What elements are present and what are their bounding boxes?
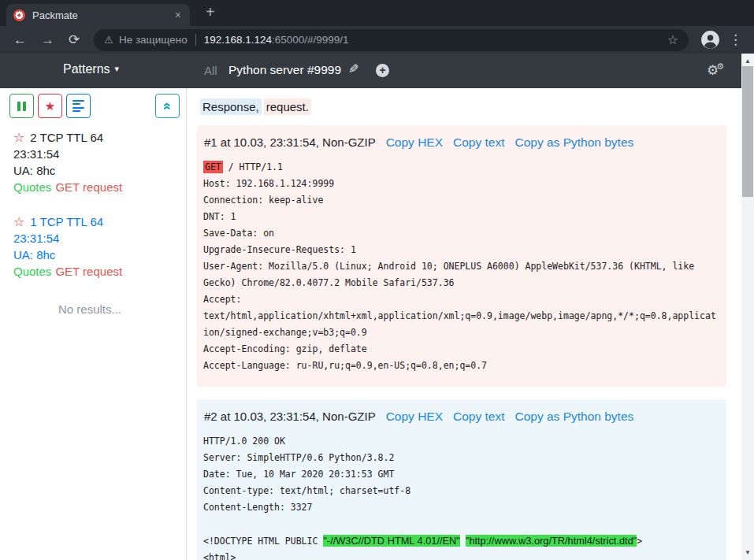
stream-title-row: ☆2 TCP TTL 64 [13, 129, 180, 146]
packet-code-line: Upgrade-Insecure-Requests: 1 [203, 242, 719, 258]
packet-code-line: Save-Data: on [203, 225, 719, 242]
copy-text-link[interactable]: Copy text [453, 410, 504, 424]
found-patterns-line: Response,request. [200, 98, 726, 115]
copy-hex-link[interactable]: Copy HEX [386, 410, 443, 424]
tab-all-streams[interactable]: All [204, 64, 217, 77]
screen: Packmate × + ← → ⟳ ⚠ Не защищено 192.168… [0, 0, 754, 560]
forward-icon[interactable]: → [41, 33, 54, 46]
no-results-label: No results... [13, 302, 166, 316]
browser-tab[interactable]: Packmate × [6, 4, 190, 26]
pattern-tag-get-request: GET request [55, 180, 122, 194]
star-icon: ★ [45, 99, 55, 113]
list-view-button[interactable] [66, 94, 91, 118]
packet-code-line: Accept-Encoding: gzip, deflate [203, 341, 719, 358]
streams-sidebar: ★ « ☆2 TCP TTL 64 23:31:54 UA: 8hc Quote… [0, 88, 187, 560]
stream-title: 1 TCP TTL 64 [30, 215, 103, 228]
packet-code-line: Host: 192.168.1.124:9999 [203, 176, 719, 192]
packet-code-line: Server: SimpleHTTP/0.6 Python/3.8.2 [203, 450, 719, 466]
packet-header: #2 at 10.03, 23:31:54, Non-GZIP Copy HEX… [204, 410, 719, 424]
tab-title: Packmate [32, 9, 173, 21]
add-service-icon[interactable]: + [376, 64, 389, 77]
scrollbar-down-arrow[interactable]: ▼ [741, 549, 754, 556]
pattern-tag-quotes: Quotes [13, 180, 51, 194]
favorite-star-icon[interactable]: ☆ [13, 215, 24, 228]
copy-python-bytes-link[interactable]: Copy as Python bytes [515, 135, 634, 150]
stream-list: ☆2 TCP TTL 64 23:31:54 UA: 8hc QuotesGET… [0, 118, 186, 316]
packet-card-request: #1 at 10.03, 23:31:54, Non-GZIP Copy HEX… [197, 125, 726, 387]
caret-down-icon: ▾ [115, 64, 120, 73]
browser-tabstrip: Packmate × + [0, 0, 754, 26]
url-path: :65000/#/9999/1 [272, 34, 349, 46]
stream-title-row: ☆1 TCP TTL 64 [13, 213, 180, 230]
profile-avatar-icon[interactable] [700, 30, 720, 50]
scrollbar-thumb[interactable] [742, 66, 753, 197]
pattern-tag-quotes: Quotes [13, 265, 51, 278]
stream-tags: QuotesGET request [13, 179, 180, 195]
stream-content: Response,request. #1 at 10.03, 23:31:54,… [188, 88, 741, 560]
address-bar[interactable]: ⚠ Не защищено 192.168.1.124 :65000/#/999… [94, 29, 689, 51]
stream-ua: UA: 8hc [13, 247, 180, 263]
copy-hex-link[interactable]: Copy HEX [386, 135, 443, 150]
stream-time: 23:31:54 [13, 146, 180, 162]
stream-tags: QuotesGET request [13, 263, 180, 280]
app-navbar: Patterns▾ All Python server #9999 ✎ + ⚙⚙ [0, 54, 741, 88]
pause-button[interactable] [9, 94, 34, 118]
settings-gears-icon[interactable]: ⚙⚙ [707, 61, 724, 79]
packet-code-line: <!DOCTYPE HTML PUBLIC "-//W3C//DTD HTML … [203, 532, 719, 550]
double-chevron-up-icon: « [159, 102, 176, 109]
pattern-tag-get-request: GET request [55, 265, 122, 278]
favorite-star-icon[interactable]: ☆ [13, 131, 24, 144]
pause-icon [17, 102, 20, 111]
tab-close-icon[interactable]: × [173, 9, 183, 21]
browser-menu-icon[interactable]: ⋮ [729, 32, 742, 48]
packet-code-line [203, 516, 719, 532]
packet-header: #1 at 10.03, 23:31:54, Non-GZIP Copy HEX… [204, 135, 719, 150]
packet-code-line: Date: Tue, 10 Mar 2020 20:31:53 GMT [203, 466, 719, 483]
copy-python-bytes-link[interactable]: Copy as Python bytes [515, 410, 634, 424]
url-divider [195, 34, 196, 46]
copy-text-link[interactable]: Copy text [453, 135, 504, 150]
packet-code-line: Content-type: text/html; charset=utf-8 [203, 483, 719, 499]
edit-service-icon[interactable]: ✎ [348, 61, 358, 76]
packet-title: #2 at 10.03, 23:31:54, Non-GZIP [204, 410, 376, 423]
packet-title: #1 at 10.03, 23:31:54, Non-GZIP [204, 135, 376, 149]
packet-code-line: User-Agent: Mozilla/5.0 (Linux; Android … [203, 258, 719, 291]
packet-code-line: Connection: keep-alive [203, 192, 719, 209]
sidebar-controls: ★ « [0, 88, 186, 118]
stream-time: 23:31:54 [13, 230, 180, 247]
packet-card-response: #2 at 10.03, 23:31:54, Non-GZIP Copy HEX… [197, 399, 726, 560]
packet-code-line: Accept-Language: ru-RU,ru;q=0.9,en-US;q=… [203, 358, 719, 374]
browser-toolbar: ← → ⟳ ⚠ Не защищено 192.168.1.124 :65000… [0, 26, 754, 54]
collapse-sidebar-button[interactable]: « [155, 94, 180, 118]
not-secure-warning-icon[interactable]: ⚠ [104, 34, 113, 46]
pattern-chip-response[interactable]: Response, [200, 98, 262, 115]
stream-ua: UA: 8hc [13, 162, 180, 179]
packet-code-line: GET / HTTP/1.1 [203, 159, 719, 176]
pattern-chip-request[interactable]: request. [264, 98, 311, 115]
packet-code-line: <html> [203, 550, 719, 560]
stream-list-item[interactable]: ☆2 TCP TTL 64 23:31:54 UA: 8hc QuotesGET… [13, 129, 180, 195]
packet-payload: HTTP/1.0 200 OKServer: SimpleHTTP/0.6 Py… [203, 433, 719, 560]
reload-icon[interactable]: ⟳ [69, 33, 80, 46]
patterns-label: Patterns [63, 62, 110, 76]
tab-current-service[interactable]: Python server #9999 [228, 63, 341, 77]
packet-code-line: Content-Length: 3327 [203, 499, 719, 516]
url-host: 192.168.1.124 [204, 34, 272, 46]
scrollbar-up-arrow[interactable]: ▲ [741, 57, 754, 65]
back-icon[interactable]: ← [13, 33, 27, 46]
new-tab-button[interactable]: + [199, 2, 221, 23]
stream-list-item-selected[interactable]: ☆1 TCP TTL 64 23:31:54 UA: 8hc QuotesGET… [13, 213, 180, 280]
packet-payload: GET / HTTP/1.1Host: 192.168.1.124:9999Co… [203, 159, 719, 374]
favorites-filter-button[interactable]: ★ [38, 94, 62, 118]
packmate-favicon-icon [13, 9, 25, 21]
patterns-dropdown[interactable]: Patterns▾ [63, 62, 119, 76]
security-label: Не защищено [119, 34, 188, 46]
page-scrollbar[interactable]: ▲ ▼ [741, 54, 754, 560]
packet-code-line: HTTP/1.0 200 OK [203, 433, 719, 450]
stream-title: 2 TCP TTL 64 [30, 131, 103, 144]
packet-code-line: DNT: 1 [203, 209, 719, 225]
align-left-icon [72, 98, 84, 113]
bookmark-star-icon[interactable]: ☆ [667, 32, 678, 47]
packet-code-line: Accept: text/html,application/xhtml+xml,… [203, 291, 719, 341]
